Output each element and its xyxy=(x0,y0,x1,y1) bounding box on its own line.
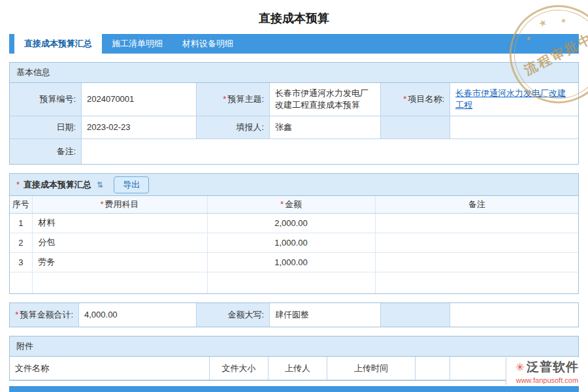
budget-total-panel: *预算金额合计: 4,000.00 金额大写: 肆仟圆整 xyxy=(9,302,579,327)
amount-cell: 1,000.00 xyxy=(207,252,375,272)
remark-value xyxy=(82,139,578,164)
basic-info-panel: 基本信息 预算编号: 2024070001 *预算主题: 长春市伊通河水力发电厂… xyxy=(9,62,579,165)
table-row: 2 分包 1,000.00 xyxy=(10,233,578,252)
filler-label: 填报人: xyxy=(197,116,270,139)
filler-value: 张鑫 xyxy=(270,116,381,139)
seq-cell: 1 xyxy=(10,213,32,233)
brand-name: 泛普软件 xyxy=(527,359,579,376)
empty-value-cell xyxy=(450,116,578,139)
cost-subject-cell: 分包 xyxy=(32,233,207,252)
empty-cell xyxy=(416,357,450,380)
budget-summary-section-title: 直接成本预算汇总 xyxy=(24,179,91,191)
required-mark: * xyxy=(280,199,284,209)
remark-label: 备注: xyxy=(10,139,82,164)
budget-subject-label: *预算主题: xyxy=(197,83,270,116)
empty-cell xyxy=(375,272,578,293)
budget-total-grid: *预算金额合计: 4,000.00 金额大写: 肆仟圆整 xyxy=(10,303,578,327)
table-row: 3 劳务 1,000.00 xyxy=(10,252,578,272)
empty-cell xyxy=(207,272,375,293)
budget-summary-panel: * 直接成本预算汇总 ⇅ 导出 序号 *费用科目 *金额 备注 1 材料 2,0… xyxy=(9,173,579,294)
project-name-label-text: 项目名称: xyxy=(408,93,444,105)
attachments-header-row: 文件名称 文件大小 上传人 上传时间 xyxy=(10,357,578,380)
budget-no-label-text: 预算编号: xyxy=(39,93,76,105)
required-mark: * xyxy=(223,93,226,105)
budget-no-label: 预算编号: xyxy=(10,83,82,116)
brand-website: www.fanpusoft.com xyxy=(515,376,579,384)
tab-direct-cost-budget-summary[interactable]: 直接成本预算汇总 xyxy=(14,34,102,54)
budget-summary-toolbar: * 直接成本预算汇总 ⇅ 导出 xyxy=(10,174,578,196)
required-mark: * xyxy=(100,199,103,209)
cost-subject-cell: 劳务 xyxy=(32,252,207,272)
amount-cell: 2,000.00 xyxy=(207,213,375,233)
table-header-row: 序号 *费用科目 *金额 备注 xyxy=(10,196,578,213)
empty-table-row xyxy=(10,272,578,293)
page-title: 直接成本预算 xyxy=(0,0,588,34)
amount-in-words-label: 金额大写: xyxy=(197,303,270,327)
amount-cell: 1,000.00 xyxy=(207,233,375,252)
attachments-panel: 附件 文件名称 文件大小 上传人 上传时间 xyxy=(9,336,579,381)
attachments-section-title: 附件 xyxy=(10,336,578,357)
required-mark: * xyxy=(15,309,18,321)
empty-cell xyxy=(32,272,207,293)
col-upload-time: 上传时间 xyxy=(327,357,416,380)
basic-info-grid: 预算编号: 2024070001 *预算主题: 长春市伊通河水力发电厂改建工程直… xyxy=(10,83,578,164)
col-amount-text: 金额 xyxy=(285,199,302,209)
basic-info-section-title: 基本信息 xyxy=(10,63,578,83)
export-button[interactable]: 导出 xyxy=(114,176,149,193)
tab-construction-list-detail[interactable]: 施工清单明细 xyxy=(102,34,172,54)
seq-cell: 3 xyxy=(10,252,32,272)
date-value: 2023-02-23 xyxy=(82,116,197,139)
col-cost-subject-text: 费用科目 xyxy=(105,199,139,209)
col-file-name: 文件名称 xyxy=(10,357,210,380)
col-uploader: 上传人 xyxy=(269,357,327,380)
required-mark: * xyxy=(16,180,20,189)
required-mark: * xyxy=(403,93,406,105)
remark-cell xyxy=(375,213,578,233)
table-row: 1 材料 2,000.00 xyxy=(10,213,578,233)
seq-cell: 2 xyxy=(10,233,32,252)
col-file-size: 文件大小 xyxy=(210,357,269,380)
total-amount-label-text: 预算金额合计: xyxy=(20,309,73,321)
empty-label-cell xyxy=(381,116,450,139)
amount-in-words-value: 肆仟圆整 xyxy=(270,303,381,327)
empty-value-cell xyxy=(450,303,578,327)
tab-bar: 直接成本预算汇总 施工清单明细 材料设备明细 xyxy=(9,34,579,54)
total-amount-value: 4,000.00 xyxy=(79,303,197,327)
empty-cell xyxy=(10,272,32,293)
cost-subject-cell: 材料 xyxy=(32,213,207,233)
budget-no-value: 2024070001 xyxy=(82,83,197,116)
col-seq: 序号 xyxy=(10,196,32,213)
remark-cell xyxy=(375,233,578,252)
vendor-logo: ✳ 泛普软件 www.fanpusoft.com xyxy=(506,357,581,385)
budget-summary-table: 序号 *费用科目 *金额 备注 1 材料 2,000.00 2 分包 1,000… xyxy=(10,196,578,293)
col-amount: *金额 xyxy=(207,196,375,213)
project-name-cell: 长春市伊通河水力发电厂改建工程 xyxy=(450,83,578,116)
brand-flower-icon: ✳ xyxy=(515,362,525,373)
project-name-label: *项目名称: xyxy=(381,83,450,116)
empty-label-cell xyxy=(381,303,450,327)
date-label: 日期: xyxy=(10,116,82,139)
col-cost-subject: *费用科目 xyxy=(32,196,207,213)
total-amount-label: *预算金额合计: xyxy=(10,303,79,327)
budget-subject-label-text: 预算主题: xyxy=(227,93,264,105)
project-name-link[interactable]: 长春市伊通河水力发电厂改建工程 xyxy=(455,88,573,110)
bottom-blue-bar xyxy=(9,386,579,392)
remark-cell xyxy=(375,252,578,272)
tab-material-equipment-detail[interactable]: 材料设备明细 xyxy=(172,34,243,54)
budget-subject-value: 长春市伊通河水力发电厂改建工程直接成本预算 xyxy=(270,83,381,116)
sort-icon[interactable]: ⇅ xyxy=(97,180,103,189)
col-remark: 备注 xyxy=(375,196,578,213)
